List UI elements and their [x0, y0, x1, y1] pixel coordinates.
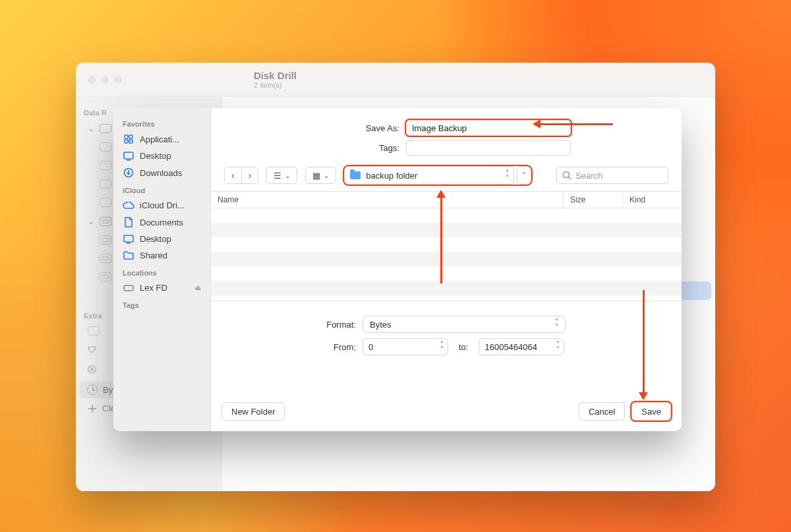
save-toolbar: ‹ › ☰⌄ ▦⌄ backup folder ˄˅ ˄ Search [211, 163, 682, 191]
sidebar-item-documents[interactable]: Documents [119, 214, 205, 231]
location-popup[interactable]: backup folder ˄˅ [344, 166, 514, 185]
from-input[interactable]: 0 ˄˅ [363, 338, 448, 355]
svg-rect-9 [124, 285, 133, 291]
nav-back-forward[interactable]: ‹ › [224, 167, 258, 184]
circle-x-icon: ⓧ [88, 364, 96, 376]
format-label: Format: [224, 320, 356, 330]
sidebar-item-label: Lex FD [140, 283, 167, 293]
clock-icon [87, 384, 98, 395]
window-title: Disk Drill [254, 70, 297, 81]
stepper-icon[interactable]: ˄˅ [440, 341, 444, 352]
chevron-up-icon: ˄ [522, 171, 526, 180]
window-subtitle: 2 item(s) [254, 81, 297, 89]
format-select[interactable]: Bytes ˄˅ [363, 316, 566, 333]
annotation-arrow [541, 123, 613, 125]
svg-rect-2 [125, 140, 128, 143]
sidebar-item-label: iCloud Dri... [140, 200, 185, 210]
new-folder-button[interactable]: New Folder [221, 402, 285, 421]
sidebar-item-icloud-drive[interactable]: iCloud Dri... [119, 197, 205, 214]
desktop-icon [123, 235, 134, 244]
from-value: 0 [368, 342, 373, 352]
folder-icon [350, 171, 361, 179]
photo-icon [88, 326, 100, 336]
sidebar-item-label: Shared [140, 251, 167, 260]
sheet-main: Save As: Tags: ‹ › ☰⌄ ▦⌄ backup folder ˄… [211, 108, 682, 431]
svg-rect-1 [129, 135, 132, 138]
sidebar-section-favorites: Favorites [119, 115, 205, 131]
to-input[interactable]: 16005464064 ˄˅ [479, 338, 564, 355]
list-header[interactable]: Name Size Kind [211, 192, 682, 208]
tags-label: Tags: [235, 143, 399, 153]
sidebar-section-locations: Locations [119, 264, 205, 280]
sidebar-item-label: Applicati... [140, 134, 179, 144]
disk-icon [123, 284, 134, 292]
svg-rect-7 [124, 235, 133, 242]
sidebar-item-label: Desktop [140, 151, 171, 161]
updown-icon: ˄˅ [506, 170, 508, 181]
desktop-icon [123, 152, 134, 161]
eject-icon[interactable]: ⏏ [194, 283, 201, 292]
downloads-icon [123, 167, 134, 178]
cancel-button[interactable]: Cancel [579, 402, 625, 421]
stepper-icon[interactable]: ˄˅ [556, 341, 560, 352]
search-icon [562, 171, 571, 180]
file-list: Name Size Kind [211, 191, 682, 301]
document-icon [123, 217, 134, 227]
sparkle-icon [88, 404, 97, 413]
grid-icon: ▦ [312, 171, 320, 181]
sidebar-item-label: Desktop [140, 234, 171, 244]
updown-icon: ˄˅ [555, 319, 558, 330]
sidebar-item-label: Downloads [140, 168, 182, 178]
sidebar-item-applications[interactable]: Applicati... [119, 131, 205, 148]
search-input[interactable]: Search [556, 167, 668, 184]
chevron-down-icon: ⌄ [324, 172, 329, 179]
column-kind[interactable]: Kind [622, 192, 682, 208]
collapse-button[interactable]: ˄ [517, 166, 531, 185]
button-row: New Folder Cancel Save [211, 394, 682, 431]
sidebar-item-lex-fd[interactable]: Lex FD ⏏ [119, 280, 205, 296]
view-grid-button[interactable]: ▦⌄ [305, 167, 336, 184]
list-body[interactable] [211, 208, 682, 301]
sidebar-item-desktop-2[interactable]: Desktop [119, 231, 205, 247]
save-button[interactable]: Save [631, 402, 671, 421]
sidebar-section-tags: Tags [119, 296, 205, 312]
column-name[interactable]: Name [211, 192, 563, 208]
svg-rect-0 [125, 135, 128, 138]
sidebar-section-icloud: iCloud [119, 181, 205, 197]
from-label: From: [224, 342, 356, 352]
shield-icon: 🛡 [88, 345, 96, 355]
list-icon: ☰ [274, 171, 281, 181]
save-as-input[interactable] [406, 120, 571, 136]
chevron-down-icon: ⌄ [285, 172, 290, 179]
sidebar-item-downloads[interactable]: Downloads [119, 164, 205, 181]
forward-button[interactable]: › [241, 167, 258, 183]
to-value: 16005464064 [484, 342, 537, 352]
cloud-icon [123, 202, 134, 210]
annotation-arrow [643, 290, 645, 392]
close-icon[interactable] [88, 76, 96, 84]
minimize-icon[interactable] [101, 76, 109, 84]
annotation-arrow [440, 198, 442, 283]
search-placeholder: Search [575, 171, 602, 181]
traffic-lights[interactable] [76, 76, 122, 84]
format-value: Bytes [370, 320, 392, 330]
to-label: to: [455, 342, 472, 352]
svg-rect-4 [124, 152, 133, 159]
back-button[interactable]: ‹ [225, 167, 241, 183]
sidebar-item-label: Documents [140, 218, 183, 227]
sidebar-item-shared[interactable]: Shared [119, 247, 205, 264]
location-label: backup folder [366, 171, 417, 181]
save-sidebar: Favorites Applicati... Desktop Downloads… [113, 108, 211, 431]
view-list-button[interactable]: ☰⌄ [266, 167, 297, 184]
zoom-icon[interactable] [114, 76, 122, 84]
app-icon [123, 134, 134, 144]
folder-icon [123, 251, 134, 260]
tags-input[interactable] [406, 140, 571, 156]
svg-line-11 [569, 177, 571, 180]
sidebar-item-desktop[interactable]: Desktop [119, 148, 205, 164]
svg-point-10 [564, 172, 570, 178]
column-size[interactable]: Size [563, 192, 622, 208]
titlebar: Disk Drill 2 item(s) [76, 63, 715, 97]
save-as-label: Save As: [235, 123, 399, 133]
svg-rect-3 [129, 140, 132, 143]
